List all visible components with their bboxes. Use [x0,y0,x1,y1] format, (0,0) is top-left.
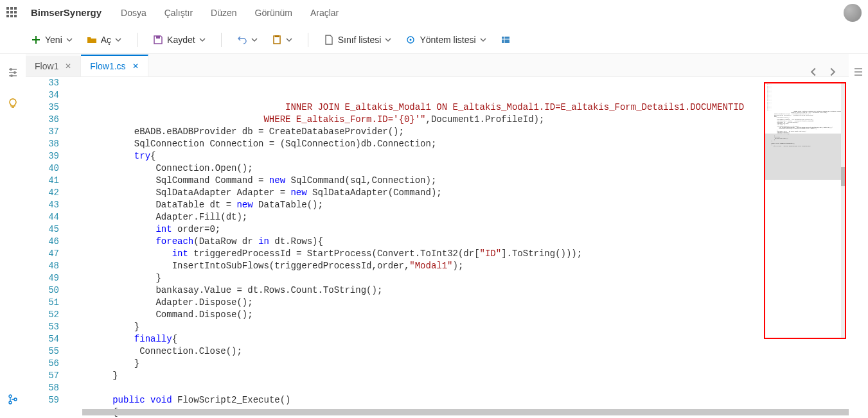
right-rail [849,54,868,418]
settings-sliders-icon[interactable] [7,67,19,78]
menu-run[interactable]: Çalıştır [164,8,193,18]
save-icon [153,35,163,45]
menu-view[interactable]: Görünüm [255,8,292,18]
svg-point-9 [9,395,12,397]
minimap[interactable]: // ... // ... // ... // ... // ... // ..… [764,82,846,339]
apps-grid-icon[interactable] [6,7,18,19]
separator [221,33,222,47]
table-icon-button[interactable] [495,32,516,48]
minimap-viewport[interactable] [765,134,845,180]
left-rail [0,54,26,418]
plus-icon [31,35,41,45]
svg-point-7 [13,71,16,74]
brand-title: BimserSynergy [31,7,102,18]
open-button-label: Aç [101,35,111,45]
close-icon[interactable]: ✕ [65,62,71,71]
close-icon[interactable]: ✕ [132,62,139,71]
save-button-label: Kaydet [167,35,195,45]
code-area[interactable]: INNER JOIN E_altakis_Modal1 ON E_altakis… [69,77,849,418]
chevron-down-icon [480,37,486,43]
new-button-label: Yeni [45,35,62,45]
method-list-button[interactable]: Yöntem listesi [400,32,491,48]
document-icon [324,35,334,45]
minimap-scrollbar-track [841,83,845,338]
chevron-down-icon [286,37,292,43]
chevron-down-icon [385,37,391,43]
tab-bar: Flow1 ✕ Flow1.cs ✕ [26,54,849,77]
svg-point-10 [9,401,12,404]
avatar[interactable] [844,4,862,22]
method-list-label: Yöntem listesi [420,35,475,45]
table-icon [500,35,511,45]
list-icon[interactable] [853,67,864,77]
svg-rect-5 [502,37,509,43]
chevron-left-icon[interactable] [809,67,818,76]
tab-flow1[interactable]: Flow1 ✕ [26,56,81,76]
target-icon [405,35,416,45]
tab-flow1-cs[interactable]: Flow1.cs ✕ [81,55,148,76]
separator [308,33,308,47]
menu-tools[interactable]: Araçlar [310,8,339,18]
lightbulb-icon[interactable] [7,98,19,109]
open-button[interactable]: Aç [82,32,127,48]
svg-point-6 [10,68,12,71]
svg-rect-2 [275,35,279,37]
line-gutter: 3334353637383940414243444546474849505152… [26,77,69,418]
svg-point-4 [410,39,412,40]
svg-rect-0 [156,36,160,39]
paste-button[interactable] [267,32,297,48]
code-editor[interactable]: 3334353637383940414243444546474849505152… [26,77,849,418]
tab-label: Flow1.cs [90,61,125,71]
chevron-down-icon [66,37,73,43]
svg-point-8 [10,74,13,77]
menu-edit[interactable]: Düzen [211,8,236,18]
tab-label: Flow1 [35,61,58,71]
chevron-down-icon [199,37,206,43]
class-list-label: Sınıf listesi [338,35,382,45]
separator [137,33,137,47]
clipboard-icon [272,35,282,45]
save-button[interactable]: Kaydet [148,32,211,48]
undo-button[interactable] [232,32,263,48]
svg-point-11 [14,398,17,401]
chevron-down-icon [251,37,258,43]
main-menu: Dosya Çalıştır Düzen Görünüm Araçlar [121,8,339,18]
chevron-right-icon[interactable] [828,67,837,76]
tab-nav [809,67,849,76]
branch-icon[interactable] [7,394,19,405]
new-button[interactable]: Yeni [26,32,78,48]
menu-file[interactable]: Dosya [121,8,146,18]
folder-open-icon [87,35,97,45]
class-list-button[interactable]: Sınıf listesi [319,32,397,48]
toolbar: Yeni Aç Kaydet Sınıf listesi Yöntem list… [0,26,868,54]
undo-icon [237,35,247,45]
top-bar: BimserSynergy Dosya Çalıştır Düzen Görün… [0,0,868,26]
chevron-down-icon [115,37,121,43]
minimap-scrollbar-thumb[interactable] [841,167,845,186]
horizontal-scrollbar[interactable] [82,409,849,415]
